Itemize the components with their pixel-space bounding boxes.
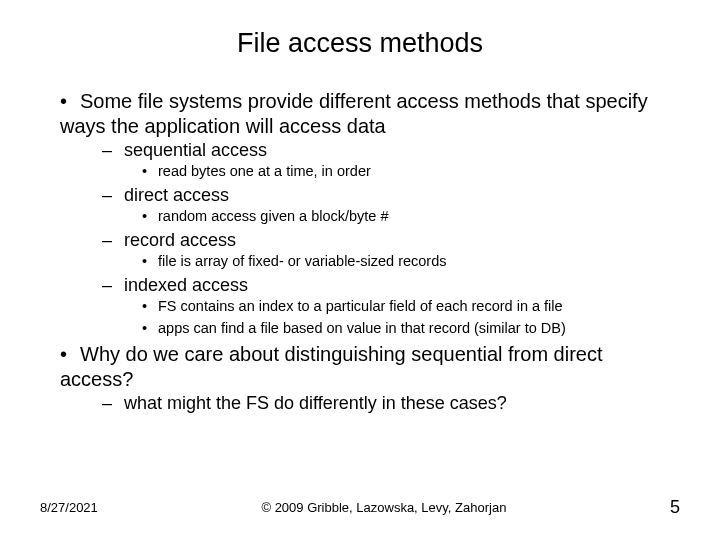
bullet-icon: • (60, 89, 80, 114)
bullet-text: apps can find a file based on value in t… (158, 320, 566, 336)
bullet-text: FS contains an index to a particular fie… (158, 298, 563, 314)
bullet-text: what might the FS do differently in thes… (124, 393, 507, 413)
dash-icon: – (102, 274, 124, 297)
footer-date: 8/27/2021 (40, 500, 98, 515)
bullet-l3: •FS contains an index to a particular fi… (142, 297, 660, 317)
slide-title: File access methods (40, 28, 680, 59)
bullet-text: Some file systems provide different acce… (60, 90, 648, 137)
bullet-l3: •read bytes one at a time, in order (142, 162, 660, 182)
bullet-text: file is array of fixed- or variable-size… (158, 253, 447, 269)
dash-icon: – (102, 229, 124, 252)
bullet-text: direct access (124, 185, 229, 205)
dot-icon: • (142, 297, 158, 317)
bullet-l2: –indexed access •FS contains an index to… (102, 274, 660, 339)
footer: 8/27/2021 © 2009 Gribble, Lazowska, Levy… (0, 497, 720, 518)
slide-content: •Some file systems provide different acc… (40, 89, 680, 416)
bullet-l3: •file is array of fixed- or variable-siz… (142, 252, 660, 272)
bullet-text: indexed access (124, 275, 248, 295)
bullet-text: record access (124, 230, 236, 250)
bullet-l2: –direct access •random access given a bl… (102, 184, 660, 227)
bullet-icon: • (60, 342, 80, 367)
bullet-l2: –record access •file is array of fixed- … (102, 229, 660, 272)
dot-icon: • (142, 207, 158, 227)
dash-icon: – (102, 139, 124, 162)
dot-icon: • (142, 319, 158, 339)
bullet-l3: •random access given a block/byte # (142, 207, 660, 227)
bullet-text: random access given a block/byte # (158, 208, 389, 224)
dash-icon: – (102, 392, 124, 415)
bullet-text: sequential access (124, 140, 267, 160)
footer-copyright: © 2009 Gribble, Lazowska, Levy, Zahorjan (98, 500, 670, 515)
bullet-l1: •Some file systems provide different acc… (60, 89, 660, 338)
bullet-text: read bytes one at a time, in order (158, 163, 371, 179)
bullet-l2: –sequential access •read bytes one at a … (102, 139, 660, 182)
bullet-l2: –what might the FS do differently in the… (102, 392, 660, 415)
dot-icon: • (142, 162, 158, 182)
dash-icon: – (102, 184, 124, 207)
footer-page-number: 5 (670, 497, 680, 518)
slide: File access methods •Some file systems p… (0, 0, 720, 540)
dot-icon: • (142, 252, 158, 272)
bullet-text: Why do we care about distinguishing sequ… (60, 343, 603, 390)
bullet-l3: •apps can find a file based on value in … (142, 319, 660, 339)
bullet-l1: •Why do we care about distinguishing seq… (60, 342, 660, 415)
